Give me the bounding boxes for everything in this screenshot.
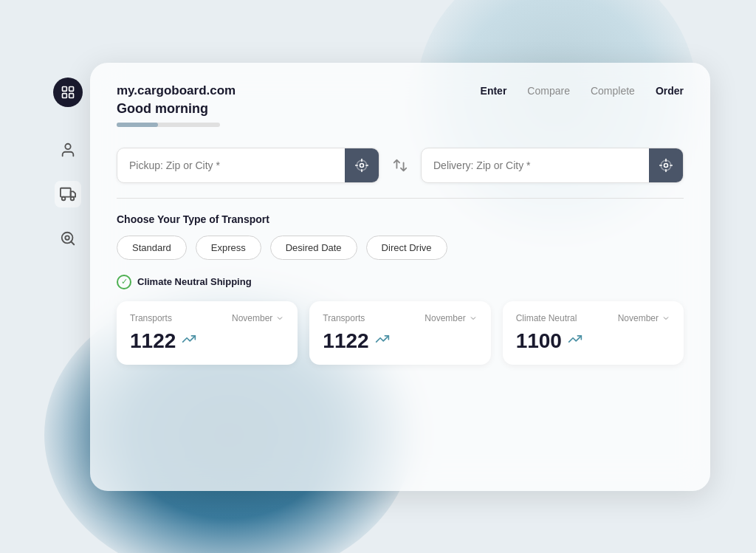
stat-card-1-trend-icon	[375, 332, 390, 350]
delivery-input-group	[421, 148, 684, 183]
stats-row: Transports November 1122	[117, 301, 684, 365]
transport-express-button[interactable]: Express	[196, 236, 261, 260]
stat-card-2-number: 1100	[516, 329, 562, 353]
pickup-location-button[interactable]	[345, 148, 379, 182]
stat-card-1-value-row: 1122	[323, 329, 477, 353]
svg-point-12	[664, 163, 668, 167]
svg-point-10	[360, 163, 364, 167]
svg-point-7	[71, 196, 75, 200]
chevron-down-icon	[275, 314, 284, 323]
search-row	[117, 148, 684, 183]
svg-point-11	[357, 160, 366, 170]
stat-card-2-header: Climate Neutral November	[516, 313, 670, 323]
nav-step-compare[interactable]: Compare	[527, 85, 570, 97]
stat-card-0: Transports November 1122	[117, 301, 298, 365]
transport-direct-drive-button[interactable]: Direct Drive	[366, 236, 447, 260]
transport-standard-button[interactable]: Standard	[117, 236, 187, 260]
stat-card-1: Transports November 1122	[309, 301, 490, 365]
transport-buttons: Standard Express Desired Date Direct Dri…	[117, 236, 684, 260]
swap-button[interactable]	[388, 154, 412, 177]
stat-card-0-title: Transports	[130, 313, 172, 323]
climate-row: ✓ Climate Neutral Shipping	[117, 275, 684, 289]
svg-rect-3	[69, 93, 74, 97]
stat-card-0-month-dropdown[interactable]: November	[232, 313, 284, 323]
chevron-down-icon-2	[662, 314, 670, 323]
stat-card-1-title: Transports	[323, 313, 365, 323]
stat-card-1-number: 1122	[323, 329, 368, 353]
climate-check-icon: ✓	[117, 275, 131, 289]
svg-point-9	[65, 236, 69, 240]
app-container: my.cargoboard.com Enter Compare Complete…	[46, 63, 710, 491]
svg-point-13	[661, 160, 670, 170]
sidebar-item-search-location[interactable]	[55, 225, 81, 252]
stat-card-1-month-dropdown[interactable]: November	[425, 313, 477, 323]
stat-card-0-header: Transports November	[130, 313, 284, 323]
stat-card-0-number: 1122	[130, 329, 176, 353]
nav-step-enter[interactable]: Enter	[481, 85, 507, 97]
stat-card-2-month-label: November	[618, 313, 659, 323]
greeting-text: Good morning	[117, 101, 684, 117]
chevron-down-icon-1	[469, 314, 478, 323]
progress-bar-fill	[117, 123, 158, 127]
stat-card-2: Climate Neutral November 1100	[503, 301, 684, 365]
stat-card-0-trend-icon	[182, 332, 196, 350]
svg-point-6	[62, 196, 66, 200]
pickup-input[interactable]	[117, 149, 345, 182]
sidebar-item-person[interactable]	[55, 137, 81, 163]
site-title: my.cargoboard.com	[117, 83, 236, 98]
progress-bar-container	[117, 123, 220, 127]
transport-desired-date-button[interactable]: Desired Date	[270, 236, 357, 260]
sidebar-logo[interactable]	[53, 78, 83, 107]
svg-point-4	[65, 143, 70, 148]
transport-section-label: Choose Your Type of Transport	[117, 213, 684, 225]
divider	[117, 198, 684, 199]
svg-rect-2	[63, 93, 67, 97]
pickup-input-group	[117, 148, 379, 183]
stat-card-2-trend-icon	[568, 332, 583, 350]
stat-card-2-title: Climate Neutral	[516, 313, 577, 323]
header: my.cargoboard.com Enter Compare Complete…	[117, 83, 684, 98]
climate-label: Climate Neutral Shipping	[137, 276, 252, 287]
stat-card-1-month-label: November	[425, 313, 465, 323]
main-panel: my.cargoboard.com Enter Compare Complete…	[90, 63, 710, 491]
stat-card-0-value-row: 1122	[130, 329, 284, 353]
svg-rect-0	[63, 86, 67, 91]
stat-card-2-value-row: 1100	[516, 329, 670, 353]
delivery-location-button[interactable]	[649, 148, 683, 182]
svg-rect-1	[69, 86, 74, 91]
svg-rect-5	[61, 188, 71, 196]
delivery-input[interactable]	[422, 149, 649, 182]
nav-step-order[interactable]: Order	[656, 85, 684, 97]
stat-card-0-month-label: November	[232, 313, 272, 323]
stat-card-1-header: Transports November	[323, 313, 477, 323]
sidebar-item-truck[interactable]	[55, 181, 81, 207]
nav-steps: Enter Compare Complete Order	[481, 85, 684, 97]
nav-step-complete[interactable]: Complete	[591, 85, 635, 97]
sidebar	[46, 63, 90, 491]
stat-card-2-month-dropdown[interactable]: November	[618, 313, 670, 323]
